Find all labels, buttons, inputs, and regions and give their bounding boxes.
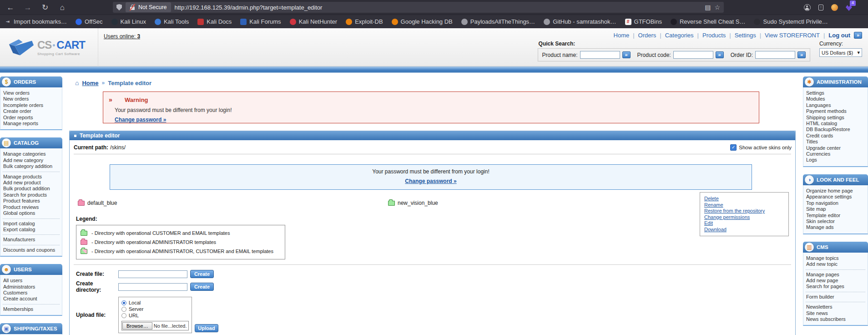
security-chip[interactable]: Not Secure bbox=[126, 2, 171, 12]
nav-link-settings[interactable]: Settings bbox=[735, 32, 756, 39]
sidebar-item-html-catalog[interactable]: HTML catalog bbox=[805, 121, 866, 127]
notice-change-password-link[interactable]: Change password » bbox=[405, 178, 456, 184]
logout-link[interactable]: Log out bbox=[828, 32, 850, 39]
sidebar-item-manage-pages[interactable]: Manage pages bbox=[805, 272, 866, 278]
browse-button[interactable]: Browse… bbox=[122, 322, 152, 330]
home-icon[interactable]: ⌂ bbox=[57, 4, 67, 11]
sidebar-item-site-map[interactable]: Site map bbox=[805, 206, 866, 212]
users-online-link[interactable]: Users online: 3 bbox=[104, 33, 140, 66]
sidebar-item-add-new-product[interactable]: Add new product bbox=[2, 180, 61, 186]
sidebar-item-order-reports[interactable]: Order reports bbox=[2, 115, 61, 121]
bookmark-item-payloadsallthethings[interactable]: PayloadsAllTheThings… bbox=[461, 18, 535, 25]
sidebar-item-add-new-topic[interactable]: Add new topic bbox=[805, 261, 866, 267]
url-text[interactable]: http://192.168.125.39/admin.php?target=t… bbox=[175, 4, 701, 11]
reader-view-icon[interactable]: ▤ bbox=[705, 4, 711, 11]
upload-source-option-url[interactable]: URL bbox=[121, 312, 189, 319]
sidebar-item-add-new-category[interactable]: Add new category bbox=[2, 157, 61, 163]
sidebar-item-skin-selector[interactable]: Skin selector bbox=[805, 218, 866, 224]
sidebar-item-all-users[interactable]: All users bbox=[2, 278, 61, 284]
account-icon[interactable] bbox=[804, 4, 811, 11]
bookmark-item-kali-docs[interactable]: Kali Docs bbox=[197, 18, 232, 25]
bookmark-item-github-samratashok[interactable]: GitHub - samratashok… bbox=[544, 18, 616, 25]
sidebar-item-top-navigation[interactable]: Top navigation bbox=[805, 200, 866, 206]
bookmark-star-icon[interactable]: ☆ bbox=[714, 4, 720, 11]
sidebar-item-template-editor[interactable]: Template editor bbox=[805, 213, 866, 218]
sidebar-item-export-catalog[interactable]: Export catalog bbox=[2, 227, 61, 233]
show-active-skins-checkbox[interactable] bbox=[730, 144, 737, 151]
folder-entry-new-vision-blue[interactable]: new_vision_blue bbox=[388, 200, 438, 206]
bookmark-item-offsec[interactable]: OffSec bbox=[76, 18, 103, 25]
bookmark-item-google-hacking-db[interactable]: Google Hacking DB bbox=[392, 18, 453, 25]
share-icon[interactable]: ↑ bbox=[818, 5, 823, 10]
create-directory-button[interactable]: Create bbox=[190, 283, 214, 291]
url-bar[interactable]: Not Secure http://192.168.125.39/admin.p… bbox=[113, 2, 724, 13]
create-file-input[interactable] bbox=[118, 270, 187, 278]
sidebar-item-manage-products[interactable]: Manage products bbox=[2, 174, 61, 180]
change-password-link[interactable]: Change password » bbox=[115, 117, 166, 123]
sidebar-item-search-for-pages[interactable]: Search for pages bbox=[805, 284, 866, 289]
sidebar-item-currencies[interactable]: Currencies bbox=[805, 151, 866, 157]
logout-go-icon[interactable]: » bbox=[854, 32, 862, 39]
sidebar-item-search-for-products[interactable]: Search for products bbox=[2, 192, 61, 198]
bookmark-item-exploit-db[interactable]: Exploit-DB bbox=[346, 18, 383, 25]
file-action-rename[interactable]: Rename bbox=[704, 202, 784, 208]
sidebar-item-manage-reports[interactable]: Manage reports bbox=[2, 121, 61, 127]
search-field-input[interactable] bbox=[580, 51, 620, 59]
sidebar-item-shipping-settings[interactable]: Shipping settings bbox=[805, 115, 866, 121]
file-action-edit[interactable]: Edit bbox=[704, 220, 784, 227]
purple-extension-icon[interactable]: 4 bbox=[846, 4, 853, 11]
sidebar-item-organize-home-page[interactable]: Organize home page bbox=[805, 188, 866, 194]
sidebar-item-create-account[interactable]: Create account bbox=[2, 296, 61, 302]
nav-link-orders[interactable]: Orders bbox=[638, 32, 656, 39]
bookmark-item-kali-nethunter[interactable]: Kali NetHunter bbox=[290, 18, 338, 25]
file-action-change-permissions[interactable]: Change permissions bbox=[704, 214, 784, 221]
bookmark-item-import-bookmarks[interactable]: ⇥Import bookmarks… bbox=[5, 18, 67, 25]
sidebar-item-modules[interactable]: Modules bbox=[805, 96, 866, 102]
sidebar-item-upgrade-center[interactable]: Upgrade center bbox=[805, 145, 866, 151]
sidebar-item-titles[interactable]: Titles bbox=[805, 139, 866, 145]
sidebar-item-languages[interactable]: Languages bbox=[805, 102, 866, 108]
search-go-button[interactable]: » bbox=[716, 51, 724, 58]
sidebar-item-credit-cards[interactable]: Credit cards bbox=[805, 133, 866, 139]
sidebar-item-manage-categories[interactable]: Manage categories bbox=[2, 151, 61, 157]
sidebar-item-memberships[interactable]: Memberships bbox=[2, 306, 61, 312]
bookmark-item-kali-forums[interactable]: Kali Forums bbox=[240, 18, 281, 25]
upload-source-option-server[interactable]: Server bbox=[121, 306, 189, 312]
shield-icon[interactable] bbox=[116, 4, 122, 10]
sidebar-item-bulk-product-addition[interactable]: Bulk product addition bbox=[2, 186, 61, 192]
sidebar-item-site-news[interactable]: Site news bbox=[805, 310, 866, 316]
show-active-skins-toggle[interactable]: Show active skins only bbox=[730, 144, 792, 151]
sidebar-item-db-backup-restore[interactable]: DB Backup/Restore bbox=[805, 127, 866, 132]
file-action-download[interactable]: Download bbox=[704, 227, 784, 233]
currency-select[interactable]: US Dollars ($) ▾ bbox=[819, 48, 862, 57]
sidebar-item-import-catalog[interactable]: Import catalog bbox=[2, 221, 61, 227]
breadcrumb-home-link[interactable]: Home bbox=[82, 80, 98, 86]
sidebar-item-global-options[interactable]: Global options bbox=[2, 210, 61, 216]
reload-icon[interactable]: ↻ bbox=[40, 4, 50, 11]
sidebar-item-view-orders[interactable]: View orders bbox=[2, 90, 61, 96]
sidebar-item-settings[interactable]: Settings bbox=[805, 90, 866, 96]
bookmark-item-reverse-shell-cheat-s[interactable]: Reverse Shell Cheat S… bbox=[671, 18, 746, 25]
sidebar-item-add-new-page[interactable]: Add new page bbox=[805, 278, 866, 284]
create-file-button[interactable]: Create bbox=[190, 270, 214, 278]
sidebar-item-new-orders[interactable]: New orders bbox=[2, 96, 61, 102]
sidebar-item-customers[interactable]: Customers bbox=[2, 290, 61, 296]
sidebar-item-manage-topics[interactable]: Manage topics bbox=[805, 255, 866, 261]
file-action-restore-from-the-repository[interactable]: Restore from the repository bbox=[704, 208, 784, 214]
sidebar-item-product-features[interactable]: Product features bbox=[2, 198, 61, 204]
file-action-delete[interactable]: Delete bbox=[704, 196, 784, 202]
sidebar-item-newsletters[interactable]: Newsletters bbox=[805, 304, 866, 310]
file-input[interactable]: Browse… No file...lected. bbox=[121, 321, 189, 330]
search-go-button[interactable]: » bbox=[622, 51, 631, 58]
radio-server[interactable] bbox=[121, 307, 126, 312]
sidebar-item-incomplete-orders[interactable]: Incomplete orders bbox=[2, 102, 61, 108]
bookmark-item-sudo-systemctl-privile[interactable]: Sudo Systemctl Privile… bbox=[754, 18, 828, 25]
upload-button[interactable]: Upload bbox=[195, 324, 218, 332]
nav-link-home[interactable]: Home bbox=[614, 32, 630, 39]
radio-local[interactable] bbox=[121, 300, 126, 305]
folder-entry-default-blue[interactable]: default_blue bbox=[78, 200, 388, 206]
radio-url[interactable] bbox=[121, 313, 126, 318]
sidebar-item-payment-methods[interactable]: Payment methods bbox=[805, 108, 866, 114]
sidebar-item-news-subscribers[interactable]: News subscribers bbox=[805, 316, 866, 322]
bookmark-item-kali-linux[interactable]: Kali Linux bbox=[111, 18, 146, 25]
